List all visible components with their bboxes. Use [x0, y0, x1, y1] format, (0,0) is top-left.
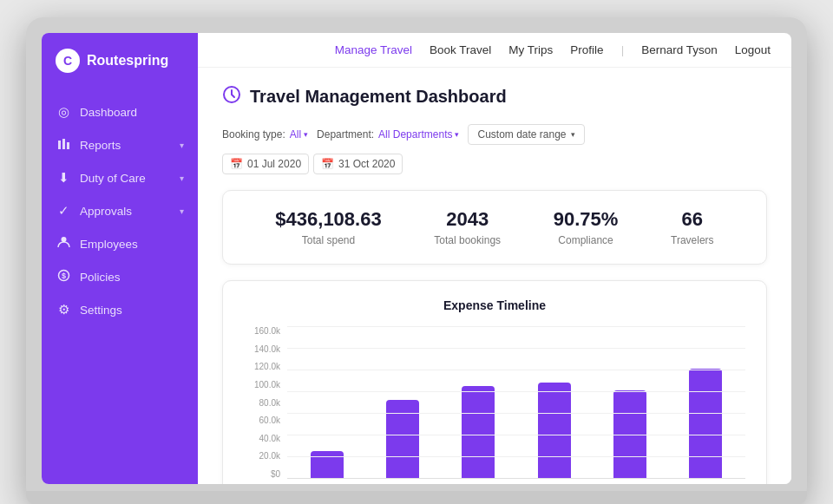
y-label-120: 120.0k [244, 362, 287, 371]
booking-type-value[interactable]: All ▾ [290, 128, 308, 141]
sidebar-item-label: Employees [80, 238, 138, 251]
page-header: Travel Management Dashboard [222, 85, 767, 108]
logo[interactable]: C Routespring [42, 33, 198, 88]
chart-bar[interactable] [538, 383, 571, 479]
sidebar-item-duty-of-care[interactable]: ⬇ Duty of Care ▾ [42, 161, 198, 194]
date-range-button[interactable]: Custom date range ▾ [468, 124, 584, 145]
sidebar: C Routespring ◎ Dashboard [42, 33, 198, 484]
stat-total-bookings: 2043 Total bookings [434, 208, 501, 246]
chart-title: Expense Timeline [244, 298, 745, 312]
y-label-160: 160.0k [244, 326, 287, 336]
bar-group[interactable] [371, 400, 433, 479]
stat-travelers: 66 Travelers [671, 208, 714, 246]
stat-compliance: 90.75% Compliance [554, 208, 619, 246]
svg-point-3 [61, 237, 66, 242]
department-filter: Department: All Departments ▾ [317, 128, 459, 141]
stat-value: $436,108.63 [275, 208, 381, 231]
bar-group[interactable] [599, 390, 660, 479]
sidebar-item-label: Approvals [80, 205, 132, 218]
chevron-down-icon: ▾ [304, 130, 308, 139]
bar-group[interactable] [448, 386, 509, 479]
main-content: Manage Travel Book Travel My Trips Profi… [198, 33, 791, 484]
nav-my-trips[interactable]: My Trips [508, 43, 553, 56]
booking-type-filter: Booking type: All ▾ [222, 128, 308, 141]
stat-label: Compliance [554, 234, 619, 246]
y-label-100: 100.0k [244, 380, 287, 389]
chart-area: 160.0k 140.0k 120.0k 100.0k 80.0k 60.0k … [244, 326, 745, 484]
nav-logout[interactable]: Logout [735, 43, 771, 56]
nav-manage-travel[interactable]: Manage Travel [335, 43, 412, 56]
chevron-down-icon: ▾ [180, 206, 184, 216]
laptop-base [26, 491, 807, 504]
stat-label: Total spend [275, 234, 381, 246]
sidebar-nav: ◎ Dashboard Reports ▾ [42, 88, 198, 333]
chart-bar[interactable] [386, 400, 419, 479]
nav-divider: | [621, 43, 625, 56]
chart-card: Expense Timeline 160.0k 140.0k 120.0k 10… [222, 280, 767, 484]
chart-bar[interactable] [689, 369, 722, 479]
svg-rect-0 [58, 141, 61, 149]
bar-group[interactable] [523, 383, 585, 479]
sidebar-item-label: Reports [80, 139, 121, 152]
top-nav: Manage Travel Book Travel My Trips Profi… [198, 33, 791, 68]
stat-value: 66 [671, 208, 714, 231]
laptop-frame: C Routespring ◎ Dashboard [26, 17, 807, 504]
nav-profile[interactable]: Profile [570, 43, 603, 56]
dashboard-icon: ◎ [56, 104, 71, 120]
date-from-group: 📅 01 Jul 2020 📅 31 Oct 2020 [222, 154, 403, 174]
nav-book-travel[interactable]: Book Travel [430, 43, 491, 56]
y-label-40: 40.0k [244, 434, 287, 443]
stat-value: 90.75% [554, 208, 619, 231]
chevron-down-icon: ▾ [180, 173, 184, 183]
chart-bar[interactable] [311, 451, 344, 479]
chart-bar[interactable] [462, 386, 495, 479]
stat-label: Total bookings [434, 234, 501, 246]
svg-rect-2 [67, 142, 69, 149]
nav-user: Bernard Tyson [641, 43, 718, 56]
department-label: Department: [317, 128, 374, 141]
sidebar-item-dashboard[interactable]: ◎ Dashboard [42, 95, 198, 128]
bars-row [287, 326, 745, 479]
y-label-140: 140.0k [244, 344, 287, 354]
booking-type-label: Booking type: [222, 128, 285, 141]
date-to-value: 31 Oct 2020 [338, 158, 395, 170]
date-to-box[interactable]: 📅 31 Oct 2020 [313, 154, 403, 174]
bars-container: Mar, 2020Apr, 2020May, 2020Jun, 2020Jul,… [287, 326, 745, 484]
sidebar-item-label: Settings [80, 304, 122, 317]
department-value[interactable]: All Departments ▾ [378, 128, 459, 141]
sidebar-item-policies[interactable]: $ Policies [42, 260, 198, 293]
chevron-down-icon: ▾ [571, 130, 575, 139]
laptop-screen: C Routespring ◎ Dashboard [42, 33, 791, 484]
sidebar-item-reports[interactable]: Reports ▾ [42, 128, 198, 161]
calendar-icon: 📅 [321, 158, 334, 170]
svg-text:$: $ [61, 272, 65, 280]
app-layout: C Routespring ◎ Dashboard [42, 33, 791, 484]
reports-icon [56, 137, 71, 153]
date-from-box[interactable]: 📅 01 Jul 2020 [222, 154, 309, 174]
approvals-icon: ✓ [56, 203, 71, 219]
chart-bar[interactable] [613, 390, 646, 479]
bar-group[interactable] [296, 451, 357, 479]
duty-of-care-icon: ⬇ [56, 170, 71, 186]
stat-label: Travelers [671, 234, 714, 246]
sidebar-item-approvals[interactable]: ✓ Approvals ▾ [42, 194, 198, 227]
page-header-icon [222, 85, 241, 108]
logo-text: Routespring [87, 53, 168, 69]
y-label-60: 60.0k [244, 416, 287, 425]
chevron-down-icon: ▾ [180, 141, 184, 150]
calendar-icon: 📅 [230, 158, 243, 170]
sidebar-item-label: Duty of Care [80, 172, 146, 185]
svg-rect-1 [62, 139, 65, 149]
x-labels: Mar, 2020Apr, 2020May, 2020Jun, 2020Jul,… [287, 479, 745, 484]
date-from-value: 01 Jul 2020 [247, 158, 301, 170]
logo-icon: C [56, 49, 80, 73]
bar-group[interactable] [675, 369, 737, 479]
settings-icon: ⚙ [56, 302, 71, 317]
stat-total-spend: $436,108.63 Total spend [275, 208, 381, 246]
chevron-down-icon: ▾ [455, 130, 459, 139]
content-area: Travel Management Dashboard Booking type… [198, 68, 791, 484]
sidebar-item-label: Policies [80, 271, 121, 284]
y-label-20: 20.0k [244, 451, 287, 461]
sidebar-item-employees[interactable]: Employees [42, 227, 198, 260]
sidebar-item-settings[interactable]: ⚙ Settings [42, 293, 198, 326]
